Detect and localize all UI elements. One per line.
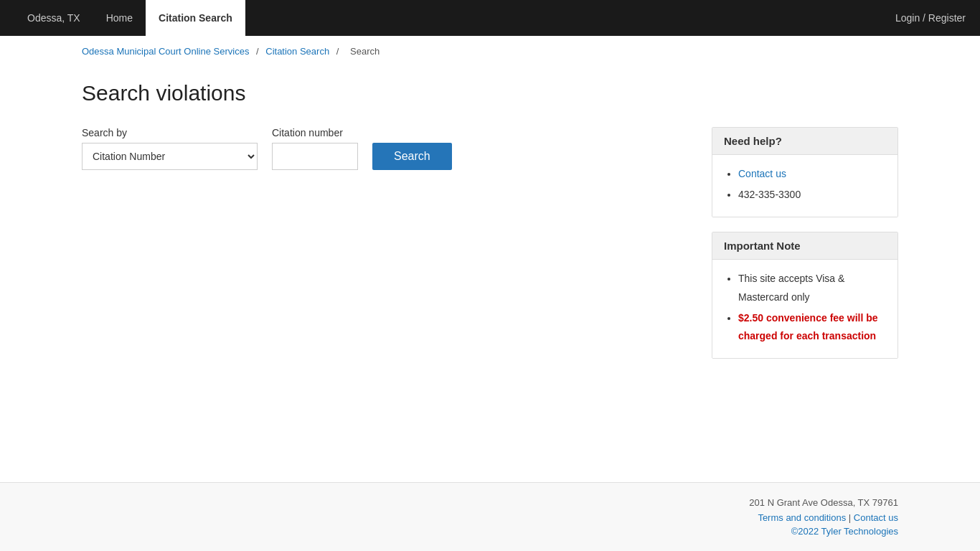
- breadcrumb-citation-search-link[interactable]: Citation Search: [265, 46, 329, 57]
- navbar-left: Odessa, TX Home Citation Search: [14, 0, 245, 36]
- form-area: Search by Citation Number Citation numbe…: [82, 127, 683, 170]
- footer-address: 201 N Grant Ave Odessa, TX 79761: [82, 497, 898, 508]
- footer-copyright: ©2022 Tyler Technologies: [82, 526, 898, 537]
- contact-us-item: Contact us: [738, 165, 886, 183]
- login-register-link[interactable]: Login / Register: [895, 12, 966, 24]
- search-by-label: Search by: [82, 127, 258, 138]
- search-by-group: Search by Citation Number: [82, 127, 258, 170]
- fee-text: $2.50 convenience fee will be charged fo…: [738, 312, 878, 342]
- search-section: Search by Citation Number Citation numbe…: [82, 127, 898, 359]
- need-help-body: Contact us 432-335-3300: [712, 155, 897, 217]
- breadcrumb-separator-1: /: [256, 46, 261, 57]
- main-content: Search violations Search by Citation Num…: [0, 67, 980, 482]
- footer-links: Terms and conditions | Contact us: [82, 512, 898, 523]
- sidebar-boxes: Need help? Contact us 432-335-3300 Impor…: [712, 127, 898, 359]
- citation-number-input[interactable]: [272, 143, 358, 170]
- breadcrumb-home-link[interactable]: Odessa Municipal Court Online Services: [82, 46, 249, 57]
- contact-us-link[interactable]: Contact us: [738, 168, 786, 179]
- citation-number-group: Citation number: [272, 127, 358, 170]
- navbar-location: Odessa, TX: [14, 0, 93, 36]
- footer: 201 N Grant Ave Odessa, TX 79761 Terms a…: [0, 482, 980, 551]
- footer-contact-link[interactable]: Contact us: [854, 512, 898, 523]
- breadcrumb-current: Search: [350, 46, 380, 57]
- search-by-select[interactable]: Citation Number: [82, 143, 258, 170]
- form-row: Search by Citation Number Citation numbe…: [82, 127, 683, 170]
- footer-separator: |: [849, 512, 854, 523]
- breadcrumb: Odessa Municipal Court Online Services /…: [0, 36, 980, 67]
- phone-item: 432-335-3300: [738, 186, 886, 204]
- page-title: Search violations: [82, 81, 898, 105]
- nav-item-home[interactable]: Home: [93, 0, 146, 36]
- important-note-body: This site accepts Visa & Mastercard only…: [712, 260, 897, 358]
- important-note-box: Important Note This site accepts Visa & …: [712, 232, 898, 359]
- citation-number-label: Citation number: [272, 127, 358, 138]
- fee-item: $2.50 convenience fee will be charged fo…: [738, 309, 886, 345]
- nav-item-citation-search[interactable]: Citation Search: [146, 0, 245, 36]
- search-button[interactable]: Search: [372, 143, 452, 170]
- need-help-header: Need help?: [712, 128, 897, 155]
- important-note-header: Important Note: [712, 232, 897, 260]
- breadcrumb-separator-2: /: [336, 46, 341, 57]
- visa-mastercard-item: This site accepts Visa & Mastercard only: [738, 270, 886, 306]
- need-help-box: Need help? Contact us 432-335-3300: [712, 127, 898, 217]
- navbar: Odessa, TX Home Citation Search Login / …: [0, 0, 980, 36]
- terms-link[interactable]: Terms and conditions: [758, 512, 846, 523]
